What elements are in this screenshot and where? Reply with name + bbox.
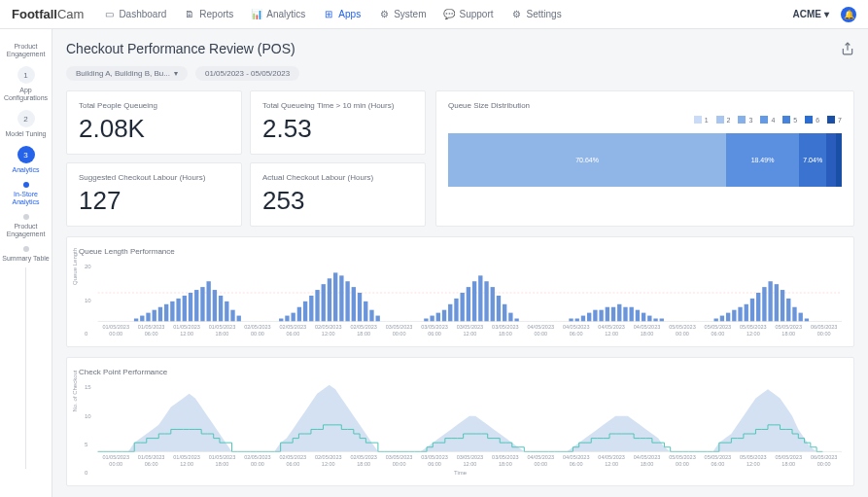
card-label: Actual Checkout Labour (Hours) [262, 173, 413, 182]
legend-item: 1 [694, 116, 709, 124]
card-label: Suggested Checkout Labour (Hours) [79, 173, 229, 182]
top-header: FootfallCam ▭Dashboard🗎Reports📊Analytics… [0, 0, 868, 29]
nav-reports[interactable]: 🗎Reports [184, 9, 233, 20]
svg-rect-39 [322, 284, 326, 321]
account-switcher[interactable]: ACME▾ [793, 9, 829, 19]
distribution-segment: 18.49% [726, 133, 799, 187]
system-icon: ⚙ [378, 9, 390, 20]
svg-rect-69 [503, 304, 506, 322]
svg-rect-93 [647, 316, 651, 322]
kpi-card: Total People Queueing2.08K [66, 90, 242, 155]
dashboard-icon: ▭ [103, 9, 115, 20]
svg-rect-64 [472, 281, 476, 321]
sidebar-item-model-tuning[interactable]: 2Model Tuning [0, 106, 52, 142]
main-content: Checkout Performance Review (POS) Buildi… [52, 29, 868, 497]
card-label: Total Queueing Time > 10 min (Hours) [262, 101, 413, 110]
svg-rect-22 [219, 296, 223, 321]
sidebar-item-in-store-analytics[interactable]: In-Store Analytics [0, 178, 52, 210]
nav-apps[interactable]: ⊞Apps [323, 9, 361, 20]
card-value: 2.53 [262, 114, 413, 144]
chevron-down-icon: ▾ [824, 9, 829, 19]
svg-rect-48 [375, 316, 379, 322]
sidebar-item-product-engagement[interactable]: Product Engagement [0, 210, 52, 242]
svg-rect-40 [328, 278, 331, 321]
legend-item: 6 [805, 116, 819, 124]
sidebar-item-analytics[interactable]: 3Analytics [0, 142, 52, 178]
svg-rect-81 [575, 318, 579, 321]
settings-icon: ⚙ [511, 9, 523, 20]
support-icon: 💬 [443, 9, 455, 20]
svg-rect-63 [467, 287, 470, 321]
svg-rect-115 [781, 290, 784, 321]
legend-item: 5 [782, 116, 797, 124]
share-icon[interactable] [841, 42, 854, 55]
date-range-filter[interactable]: 01/05/2023 - 05/05/2023 [195, 66, 299, 81]
x-axis-label: Time [79, 470, 842, 476]
legend-item: 2 [716, 116, 731, 124]
sidebar-item-app-configurations[interactable]: 1App Configurations [0, 62, 52, 106]
svg-rect-83 [587, 313, 591, 322]
sidebar-item-product-engagement[interactable]: Product Engagement [0, 39, 52, 62]
svg-rect-10 [146, 313, 150, 322]
svg-rect-9 [140, 316, 144, 322]
svg-rect-113 [768, 281, 772, 321]
svg-rect-94 [653, 318, 657, 321]
svg-rect-21 [213, 290, 217, 321]
chart-title: Queue Length Performance [79, 247, 842, 256]
svg-rect-95 [660, 318, 664, 321]
legend-item: 4 [760, 116, 775, 124]
y-axis-label: No. of Checkout [72, 371, 78, 412]
svg-rect-34 [291, 313, 295, 322]
svg-rect-13 [164, 304, 168, 322]
svg-rect-11 [153, 310, 156, 322]
legend-item: 7 [827, 116, 842, 124]
svg-rect-35 [297, 307, 301, 322]
svg-rect-88 [617, 304, 621, 322]
checkpoint-chart-card: Check Point Performance No. of Checkout … [66, 357, 854, 486]
nav-analytics[interactable]: 📊Analytics [251, 9, 305, 20]
svg-rect-80 [569, 318, 573, 321]
queue-length-chart-card: Queue Length Performance Queue Length 20… [66, 236, 854, 347]
svg-rect-70 [508, 313, 512, 322]
distribution-legend: 1234567 [448, 116, 842, 124]
svg-rect-109 [745, 304, 748, 322]
svg-rect-86 [606, 307, 609, 322]
svg-rect-114 [775, 284, 779, 321]
svg-rect-36 [303, 302, 307, 322]
svg-rect-84 [593, 310, 597, 322]
analytics-icon: 📊 [251, 9, 262, 20]
svg-rect-23 [225, 302, 228, 322]
svg-rect-16 [183, 296, 187, 321]
svg-rect-106 [726, 313, 730, 322]
svg-rect-105 [720, 316, 724, 322]
svg-rect-18 [194, 290, 198, 321]
nav-support[interactable]: 💬Support [443, 9, 493, 20]
y-axis-label: Queue Length [72, 248, 78, 285]
page-title: Checkout Performance Review (POS) [66, 41, 295, 56]
nav-settings[interactable]: ⚙Settings [511, 9, 562, 20]
building-filter[interactable]: Building A, Building B, Bu...▾ [66, 66, 188, 81]
svg-rect-91 [636, 310, 640, 322]
nav-dashboard[interactable]: ▭Dashboard [103, 9, 166, 20]
chart-title: Check Point Performance [79, 368, 842, 376]
nav-system[interactable]: ⚙System [378, 9, 426, 20]
svg-rect-82 [581, 316, 585, 322]
brand-logo: FootfallCam [12, 7, 84, 21]
queue-size-distribution-card: Queue Size Distribution 1234567 70.64%18… [435, 90, 854, 227]
svg-rect-118 [799, 313, 803, 322]
distribution-stacked-bar: 70.64%18.49%7.04% [448, 133, 842, 187]
svg-rect-107 [732, 310, 736, 322]
svg-rect-57 [430, 316, 434, 322]
svg-rect-111 [756, 293, 760, 321]
svg-rect-90 [630, 307, 634, 322]
card-value: 2.08K [79, 114, 229, 144]
svg-rect-71 [514, 318, 518, 321]
svg-rect-24 [230, 310, 234, 322]
notification-bell-icon[interactable]: 🔔 [841, 7, 856, 22]
sidebar-item-summary-table[interactable]: Summary Table [0, 242, 52, 266]
svg-rect-33 [285, 316, 289, 322]
svg-rect-37 [309, 296, 313, 321]
card-label: Total People Queueing [79, 101, 229, 110]
svg-rect-19 [200, 287, 204, 321]
kpi-card: Actual Checkout Labour (Hours)253 [250, 162, 426, 227]
